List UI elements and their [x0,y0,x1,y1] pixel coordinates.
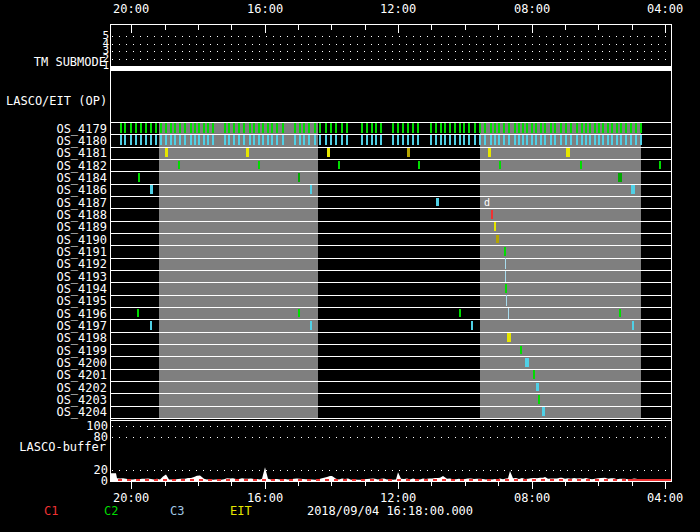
time-axis-tick-bottom [398,482,399,489]
time-axis-tick-bottom [165,482,166,486]
schedule-tick [607,123,609,133]
schedule-tick [179,123,181,133]
schedule-tick [327,148,330,157]
schedule-tick [212,123,214,133]
schedule-tick [484,135,486,145]
schedule-tick [178,161,180,170]
schedule-tick [570,135,572,145]
schedule-tick [490,135,492,145]
schedule-tick [325,123,327,133]
tm-submode-value-bar [110,66,672,71]
schedule-tick [224,123,226,133]
schedule-tick [566,148,570,157]
schedule-tick [520,346,522,355]
schedule-tick [138,173,140,182]
row-separator-line [110,270,672,271]
schedule-tick [276,135,278,145]
row-separator-line [110,356,672,357]
row-separator-line [110,406,672,407]
schedule-tick [258,161,260,170]
row-separator-line [110,393,672,394]
schedule-tick [440,135,442,145]
row-separator-line [110,344,672,345]
row-separator-line [110,295,672,296]
schedule-tick [207,135,209,145]
row-label: OS_4204 [40,406,107,418]
schedule-tick [170,123,172,133]
row-label: OS_4187 [40,197,107,209]
schedule-tick [585,135,587,145]
schedule-tick [238,123,240,133]
schedule-tick [418,161,420,170]
schedule-tick [375,123,377,133]
row-label: OS_4190 [40,234,107,246]
schedule-tick [580,161,582,170]
schedule-tick [243,135,245,145]
tm-submode-gridline [112,51,670,52]
schedule-tick [565,135,567,145]
schedule-tick [276,123,278,133]
schedule-tick [506,295,507,306]
schedule-tick [611,123,613,133]
schedule-tick [228,123,230,133]
schedule-tick [375,135,377,145]
time-axis-tick-bottom [498,482,499,486]
schedule-tick [174,135,176,145]
time-axis-tick-bottom [532,482,533,489]
row-separator-line [110,147,672,148]
schedule-tick [267,135,269,145]
schedule-tick [303,135,305,145]
schedule-tick [249,123,251,133]
schedule-tick [412,135,414,145]
schedule-tick [471,321,473,330]
schedule-tick [346,123,348,133]
schedule-tick [130,123,132,133]
schedule-tick [630,135,632,145]
schedule-tick [174,123,176,133]
schedule-tick [550,135,552,145]
schedule-tick [335,135,337,145]
schedule-tick [262,135,264,145]
schedule-tick [120,135,122,145]
schedule-tick [607,135,609,145]
schedule-tick [531,135,533,145]
schedule-tick [407,123,409,133]
tm-submode-label: TM SUBMODE [6,56,106,68]
time-axis-tick-top [565,25,566,30]
schedule-tick [319,135,321,145]
schedule-tick [474,123,476,133]
schedule-tick [616,135,618,145]
schedule-tick [619,309,621,318]
schedule-tick [508,135,510,145]
plot-top-border [110,24,672,25]
schedule-tick [508,308,509,319]
schedule-tick [544,135,546,145]
time-axis-tick-top [331,25,332,30]
schedule-tick [194,135,196,145]
schedule-tick [417,135,419,145]
schedule-tick [184,123,186,133]
row-separator-line [110,208,672,209]
time-axis-tick-bottom [331,482,332,486]
schedule-tick [505,258,506,269]
schedule-tick [212,135,214,145]
row-separator-line [110,221,672,222]
schedule-tick [430,123,432,133]
schedule-tick [303,123,305,133]
schedule-tick [463,123,465,133]
schedule-tick [602,123,604,133]
buffer-ytick-label: 0 [80,475,108,487]
schedule-tick [228,135,230,145]
schedule-tick [522,123,524,133]
schedule-tick [338,161,340,170]
schedule-tick [544,123,546,133]
schedule-tick [468,135,470,145]
schedule-tick [198,123,200,133]
row-label: OS_4199 [40,345,107,357]
schedule-tick [392,135,394,145]
schedule-tick [325,135,327,145]
schedule-tick [536,383,539,392]
schedule-tick [525,358,529,367]
schedule-tick [170,135,172,145]
schedule-tick [366,135,368,145]
